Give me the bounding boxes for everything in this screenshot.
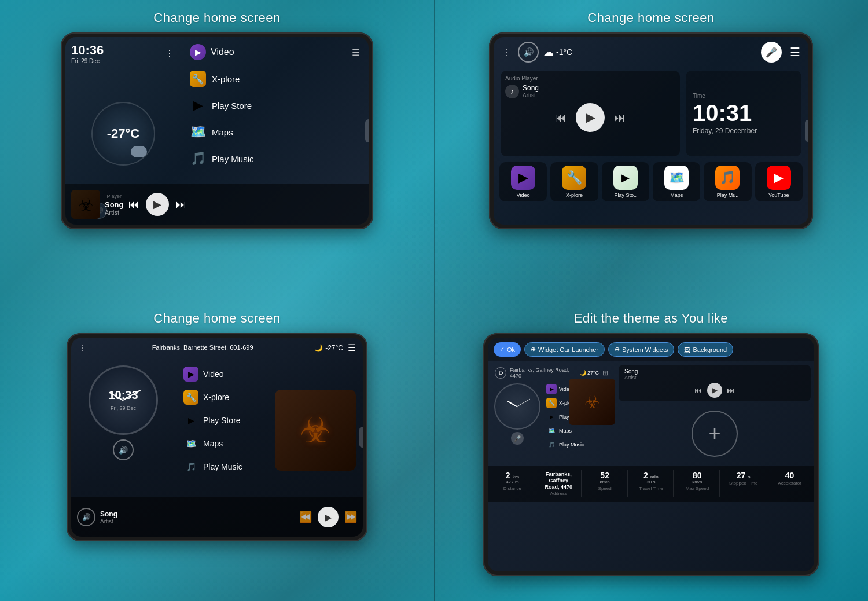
menu-item-playmusic[interactable]: 🎵 Play Music bbox=[181, 145, 369, 172]
stat-maxspeed-value: 80 bbox=[677, 471, 717, 479]
screen4-settings-icon[interactable]: ⚙ bbox=[495, 367, 506, 379]
screen4-prev[interactable]: ⏮ bbox=[694, 386, 703, 395]
screen4-menu-playmusic[interactable]: 🎵 Play Music bbox=[545, 438, 610, 452]
screen4-left-panel: ⚙ Fairbanks, Gaffney Road, 4470 🌙 27°C ⊞ bbox=[488, 361, 615, 466]
screen3-artist: Artist bbox=[100, 518, 295, 525]
screen2-app-maps[interactable]: 🗺️ Maps bbox=[653, 162, 700, 201]
toolbar-system-button[interactable]: ⊕ System Widgets bbox=[608, 342, 674, 357]
xplore-label: X-plore bbox=[212, 74, 240, 84]
play-button[interactable]: ▶ bbox=[146, 193, 169, 216]
screen2-apps-grid: ▶ Video 🔧 X-plore ▶ Play Sto.. 🗺️ Maps bbox=[494, 162, 808, 201]
widget-label: Widget Car Launcher bbox=[538, 346, 598, 353]
screen3-scroll[interactable] bbox=[359, 427, 363, 448]
playmusic-icon: 🎵 bbox=[190, 151, 206, 167]
stat-travel-sub: 30 s bbox=[631, 479, 671, 485]
screen3-player-vol[interactable]: 🔊 bbox=[77, 508, 95, 526]
screen3-volume[interactable]: 🔊 bbox=[113, 439, 134, 460]
screen3-forward[interactable]: ⏩ bbox=[344, 511, 357, 523]
screen2-play[interactable]: ▶ bbox=[576, 103, 605, 132]
prev-button[interactable]: ⏮ bbox=[128, 199, 139, 211]
screen3-weather: 🌙 -27°C bbox=[314, 344, 343, 352]
screen2-mic-button[interactable]: 🎤 bbox=[761, 42, 782, 63]
screen3-right-panel: ☣ bbox=[268, 358, 363, 503]
stat-max-speed: 80 km/h Max Speed bbox=[675, 470, 720, 497]
screen4-next[interactable]: ⏭ bbox=[727, 386, 735, 395]
screen2-playmusic-label: Play Mu.. bbox=[717, 192, 739, 198]
screen2-maps-icon: 🗺️ bbox=[664, 166, 689, 190]
menu-item-maps[interactable]: 🗺️ Maps bbox=[181, 119, 369, 145]
screen3-play[interactable]: ▶ bbox=[318, 507, 339, 527]
screen4-play[interactable]: ▶ bbox=[707, 383, 722, 398]
screen1-hamburger-icon[interactable]: ☰ bbox=[352, 47, 360, 58]
screen4-playmusic-icon: 🎵 bbox=[546, 439, 557, 450]
screen2-app-playstore[interactable]: ▶ Play Sto.. bbox=[602, 162, 649, 201]
screen3-hamburger[interactable]: ☰ bbox=[348, 342, 356, 353]
screen4-hour-hand bbox=[507, 401, 518, 408]
stat-maxspeed-label: Max Speed bbox=[677, 486, 717, 491]
screen3-player: 🔊 Song Artist ⏪ ▶ ⏩ bbox=[71, 497, 363, 537]
screen2-app-youtube[interactable]: ▶ YouTube bbox=[755, 162, 803, 201]
screen2-app-playmusic[interactable]: 🎵 Play Mu.. bbox=[704, 162, 751, 201]
toolbar-widget-button[interactable]: ⊕ Widget Car Launcher bbox=[524, 342, 605, 357]
screen2-prev[interactable]: ⏮ bbox=[555, 111, 567, 124]
playstore-icon: ▶ bbox=[190, 97, 206, 113]
screen3-menu-playmusic[interactable]: 🎵 Play Music bbox=[180, 455, 263, 478]
screen2-app-video[interactable]: ▶ Video bbox=[499, 162, 547, 201]
screen3-menu-video[interactable]: ▶ Video bbox=[180, 362, 263, 386]
screen1-dots-menu[interactable]: ⋮ bbox=[165, 48, 175, 59]
screen2-dots[interactable]: ⋮ bbox=[502, 47, 511, 58]
screen4-clock-area: 🎤 bbox=[491, 381, 543, 453]
screen3-maps-icon: 🗺️ bbox=[183, 436, 198, 451]
next-button[interactable]: ⏭ bbox=[176, 199, 186, 211]
xplore-icon: 🔧 bbox=[190, 71, 206, 87]
screen1-menu-title: Video bbox=[211, 47, 352, 57]
screen3-controls: ⏪ ▶ ⏩ bbox=[299, 507, 357, 527]
screen3-rewind[interactable]: ⏪ bbox=[299, 511, 312, 523]
screen2-note-icon: ♪ bbox=[505, 85, 519, 98]
screen3-menu-xplore[interactable]: 🔧 X-plore bbox=[180, 386, 263, 409]
stat-speed-value: 52 bbox=[585, 471, 625, 479]
screen4-mic[interactable]: 🎤 bbox=[511, 432, 524, 445]
toolbar-bg-button[interactable]: 🖼 Background bbox=[678, 342, 733, 357]
screen4-weather: 🌙 27°C bbox=[580, 370, 599, 376]
menu-item-xplore[interactable]: 🔧 X-plore bbox=[181, 65, 369, 92]
screen3-playmusic-icon: 🎵 bbox=[183, 459, 198, 474]
screen4-add-widget-button[interactable]: + bbox=[692, 411, 738, 457]
screen2-hamburger[interactable]: ☰ bbox=[790, 45, 800, 59]
screen3-dots[interactable]: ⋮ bbox=[78, 343, 86, 353]
screen1-video-icon[interactable]: ▶ bbox=[190, 44, 206, 60]
screen3-temp: -27°C bbox=[325, 344, 343, 352]
phone-3: ⋮ Fairbanks, Barnette Street, 601-699 🌙 … bbox=[67, 333, 367, 541]
screen2-artist: Artist bbox=[523, 92, 539, 98]
screen1-time: 10:36 bbox=[71, 43, 104, 58]
screen4-xplore-icon: 🔧 bbox=[546, 398, 557, 408]
stat-travel-label: Travel Time bbox=[631, 486, 671, 491]
screen2-volume-icon[interactable]: 🔊 bbox=[518, 42, 539, 63]
screen3-video-icon: ▶ bbox=[183, 367, 198, 382]
menu-item-playstore[interactable]: ▶ Play Store bbox=[181, 92, 369, 119]
screen4-menu-maps[interactable]: 🗺️ Maps bbox=[545, 424, 610, 438]
screen3-moon-icon: 🌙 bbox=[314, 344, 323, 352]
screen2-scroll[interactable] bbox=[805, 120, 808, 142]
screen4-grid-icon[interactable]: ⊞ bbox=[602, 369, 608, 377]
screen1-scroll-indicator[interactable] bbox=[365, 119, 369, 142]
screen-2: ⋮ 🔊 ☁ -1°C 🎤 ☰ Audio Player ♪ bbox=[494, 37, 808, 225]
screen1-song: Song bbox=[105, 200, 124, 209]
toolbar-ok-button[interactable]: ✓ Ok bbox=[494, 342, 521, 357]
screen3-menu-playstore[interactable]: ▶ Play Store bbox=[180, 409, 263, 432]
screen3-menu-maps[interactable]: 🗺️ Maps bbox=[180, 432, 263, 455]
stat-speed: 52 km/h Speed bbox=[583, 470, 628, 497]
stat-travel-unit: min bbox=[650, 474, 659, 479]
screen4-player-top: Song Artist bbox=[624, 368, 805, 380]
screen4-address: Fairbanks, Gaffney Road, 4470 bbox=[510, 367, 576, 379]
screen2-temp: -1°C bbox=[556, 47, 572, 57]
screen2-song-text: Song Artist bbox=[523, 84, 539, 98]
screen4-left-content: 🎤 ▶ Video 🔧 X-plore bbox=[491, 381, 612, 453]
cell-bottom-left: Change home screen ⋮ Fairbanks, Barnette… bbox=[0, 300, 434, 601]
cell-top-right: Change home screen ⋮ 🔊 ☁ -1°C 🎤 ☰ bbox=[434, 0, 868, 300]
stat-travel-value: 2 min bbox=[631, 471, 671, 479]
screen2-next[interactable]: ⏭ bbox=[614, 111, 626, 124]
screen2-app-xplore[interactable]: 🔧 X-plore bbox=[550, 162, 598, 201]
screen2-xplore-icon: 🔧 bbox=[562, 166, 586, 190]
screen1-player-controls: ⏮ ▶ ⏭ bbox=[128, 193, 186, 216]
